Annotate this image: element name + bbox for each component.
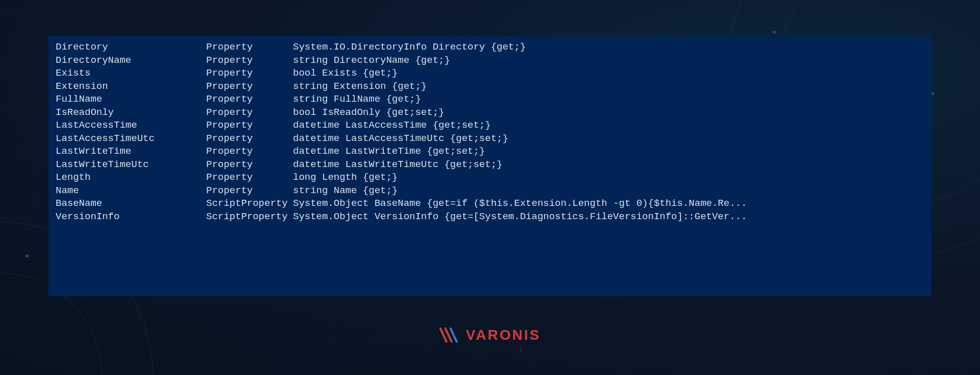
member-definition: string FullName {get;}	[293, 93, 421, 106]
varonis-logo-text: VARONIS	[466, 327, 541, 343]
terminal-row: LastAccessTimePropertydatetime LastAcces…	[56, 119, 924, 132]
terminal-row: FullNamePropertystring FullName {get;}	[56, 93, 924, 106]
member-type: ScriptProperty	[206, 197, 293, 210]
terminal-row: NamePropertystring Name {get;}	[56, 184, 924, 198]
member-name: LastWriteTimeUtc	[56, 158, 206, 172]
member-definition: long Length {get;}	[293, 171, 398, 184]
member-type: Property	[206, 184, 293, 198]
terminal-row: LastWriteTimePropertydatetime LastWriteT…	[56, 145, 924, 158]
member-definition: datetime LastAccessTimeUtc {get;set;}	[293, 132, 508, 146]
terminal-row: DirectoryNamePropertystring DirectoryNam…	[56, 54, 924, 67]
member-name: LastWriteTime	[56, 145, 206, 158]
member-definition: datetime LastAccessTime {get;set;}	[293, 119, 491, 132]
member-type: Property	[206, 80, 293, 93]
member-definition: string DirectoryName {get;}	[293, 54, 450, 67]
member-name: Directory	[56, 41, 206, 54]
member-name: FullName	[56, 93, 206, 106]
member-name: IsReadOnly	[56, 106, 206, 120]
member-type: Property	[206, 93, 293, 106]
member-type: Property	[206, 158, 293, 172]
terminal-row: ExtensionPropertystring Extension {get;}	[56, 80, 924, 93]
member-definition: string Extension {get;}	[293, 80, 427, 93]
member-name: VersionInfo	[56, 210, 206, 224]
member-definition: bool Exists {get;}	[293, 67, 398, 80]
member-type: Property	[206, 119, 293, 132]
member-type: Property	[206, 54, 293, 67]
member-name: LastAccessTimeUtc	[56, 132, 206, 146]
varonis-logo: VARONIS	[439, 327, 541, 343]
member-name: DirectoryName	[56, 54, 206, 67]
member-type: Property	[206, 67, 293, 80]
member-definition: System.Object VersionInfo {get=[System.D…	[293, 210, 747, 224]
varonis-logo-icon	[439, 327, 462, 343]
member-type: Property	[206, 132, 293, 146]
member-definition: System.IO.DirectoryInfo Directory {get;}	[293, 41, 526, 54]
member-name: Length	[56, 171, 206, 184]
terminal-row: LengthPropertylong Length {get;}	[56, 171, 924, 184]
terminal-row: DirectoryPropertySystem.IO.DirectoryInfo…	[56, 41, 924, 54]
member-type: ScriptProperty	[206, 210, 293, 224]
member-name: Extension	[56, 80, 206, 93]
member-definition: System.Object BaseName {get=if ($this.Ex…	[293, 197, 747, 210]
terminal-row: IsReadOnlyPropertybool IsReadOnly {get;s…	[56, 106, 924, 120]
member-type: Property	[206, 41, 293, 54]
member-name: Exists	[56, 67, 206, 80]
member-name: BaseName	[56, 197, 206, 210]
member-type: Property	[206, 145, 293, 158]
terminal-row: BaseNameScriptPropertySystem.Object Base…	[56, 197, 924, 210]
member-definition: datetime LastWriteTimeUtc {get;set;}	[293, 158, 502, 172]
member-name: Name	[56, 184, 206, 198]
member-name: LastAccessTime	[56, 119, 206, 132]
terminal-row: VersionInfoScriptPropertySystem.Object V…	[56, 210, 924, 224]
member-type: Property	[206, 171, 293, 184]
member-type: Property	[206, 106, 293, 120]
member-definition: string Name {get;}	[293, 184, 398, 198]
terminal-row: LastAccessTimeUtcPropertydatetime LastAc…	[56, 132, 924, 146]
member-definition: bool IsReadOnly {get;set;}	[293, 106, 444, 120]
member-definition: datetime LastWriteTime {get;set;}	[293, 145, 485, 158]
powershell-terminal[interactable]: DirectoryPropertySystem.IO.DirectoryInfo…	[48, 36, 932, 296]
terminal-row: ExistsPropertybool Exists {get;}	[56, 67, 924, 80]
terminal-row: LastWriteTimeUtcPropertydatetime LastWri…	[56, 158, 924, 172]
